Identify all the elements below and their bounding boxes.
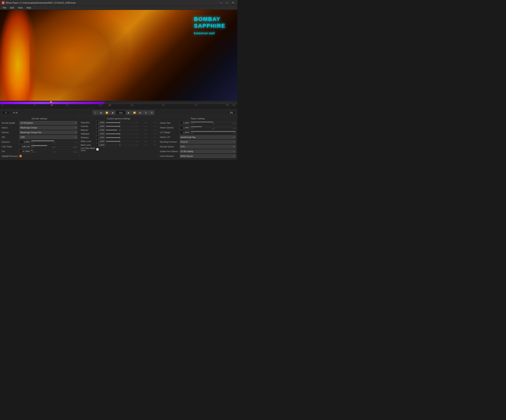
color-temp-max: 10000 [73, 146, 77, 148]
white-level-fill [106, 141, 120, 142]
mark-in-button[interactable]: I [93, 110, 98, 115]
black-level-tick [120, 144, 120, 146]
menu-view[interactable]: View [16, 6, 25, 9]
highlights-track[interactable] [106, 133, 134, 134]
prev-frame-button[interactable]: ⏪ [104, 110, 109, 115]
highlights-input[interactable] [96, 132, 105, 135]
bl-min: 0.00 [135, 144, 138, 146]
gamut-row: Gamut Blackmagic Design ▼ [2, 126, 77, 129]
decoder-device-value: CPU ▼ [180, 145, 236, 148]
shadows-input[interactable] [96, 136, 105, 139]
iso-dropdown[interactable]: 1250 ▼ [19, 135, 77, 139]
window-controls: — □ ✕ [218, 0, 236, 5]
play-back-button[interactable]: ◀ [110, 110, 115, 115]
player-panel-title: Player settings [160, 117, 236, 120]
bl-max: 2.00 [153, 144, 156, 146]
shadows-fill [106, 137, 120, 138]
saturation-track[interactable] [106, 122, 134, 123]
gamma-dropdown[interactable]: Blackmagic Design Film ▼ [19, 131, 77, 134]
gamma-text: Blackmagic Design Film [20, 131, 41, 134]
tint-track[interactable] [31, 150, 77, 151]
lut-weight-input[interactable] [180, 131, 190, 134]
lut-weight-label: LUT Weight [160, 131, 180, 134]
exposure-track[interactable] [31, 140, 77, 142]
use-video-black-checkbox[interactable] [96, 148, 99, 150]
viewer-gamma-input[interactable] [180, 126, 190, 129]
loop-button[interactable]: ⇄ [143, 110, 148, 115]
color-temp-slider-container: 2000 5600 10000 [31, 145, 77, 148]
titlebar: B BRaw Player | C:/Users/Laptop/Download… [0, 0, 237, 6]
sat-mid: 1.00 [144, 122, 147, 123]
gamma-value: Blackmagic Design Film ▼ [19, 131, 77, 134]
mid-mid: 0.50 [144, 129, 147, 131]
go-end-button[interactable]: ⏭ [138, 110, 143, 115]
decode-quality-row: Decode Quality 1/4 Resolution ▼ [2, 121, 77, 125]
menubar: File Edit View Help [0, 6, 237, 10]
decode-quality-dropdown[interactable]: 1/4 Resolution ▼ [19, 121, 77, 125]
highlight-recovery-checkbox[interactable] [19, 155, 22, 157]
decoding-precision-label: Decoding Precision [160, 141, 180, 143]
viewer-gamma-track[interactable] [191, 126, 236, 127]
lw-min: 0.00 [191, 132, 193, 134]
timeline-track[interactable] [0, 102, 237, 104]
decoder-device-label: Decoder Device [160, 146, 180, 148]
white-level-input[interactable] [96, 140, 105, 143]
maximize-button[interactable]: □ [224, 0, 230, 5]
saturation-label: Saturation [81, 122, 95, 124]
color-temp-fill [31, 145, 47, 146]
highlights-row: Highlights 0.00 1.00 2.00 [81, 132, 157, 135]
tint-input[interactable] [19, 149, 30, 153]
white-level-track[interactable] [106, 141, 134, 142]
midpoint-track[interactable] [106, 129, 134, 131]
menu-file[interactable]: File [1, 6, 8, 9]
gamut-label: Gamut [2, 127, 19, 129]
shadows-tick [120, 137, 120, 139]
cache-behavior-dropdown[interactable]: While Paused ▼ [180, 154, 236, 158]
viewer-gamma-row: Viewer Gamma 0.00 1.00 4.00 [160, 126, 236, 129]
update-sidecar-dropdown[interactable]: On file loading ▼ [180, 149, 236, 153]
timeline-label-200: 200 [162, 104, 165, 106]
shadows-track[interactable] [106, 137, 134, 138]
start-timecode: 0 [2, 111, 10, 114]
minimize-button[interactable]: — [218, 0, 224, 5]
midpoint-input[interactable] [96, 129, 105, 132]
midpoint-tick [120, 129, 120, 131]
contrast-track[interactable] [106, 126, 134, 127]
next-frame-button[interactable]: ⏩ [132, 110, 137, 115]
viewer-gain-track[interactable] [191, 122, 236, 123]
timeline-area[interactable]: 0 40 61 80 120 131 160 200 240 280 291 [0, 101, 237, 109]
contrast-input[interactable] [96, 125, 105, 128]
menu-help[interactable]: Help [25, 6, 33, 9]
decoder-device-dropdown[interactable]: CPU ▼ [180, 145, 236, 148]
bottom-panels: Decode settings Decode Quality 1/4 Resol… [0, 116, 237, 160]
viewer-gain-input[interactable] [180, 121, 190, 125]
color-temp-input[interactable] [19, 145, 30, 148]
black-level-track[interactable] [106, 145, 134, 146]
black-level-label: Black Level [81, 144, 95, 146]
saturation-input[interactable] [96, 121, 105, 124]
mark-out-button[interactable]: O [149, 110, 154, 115]
highlights-fill [106, 134, 120, 134]
exposure-slider-container: -5.0 0.0 5.0 [31, 140, 77, 143]
contrast-slider-wrap [106, 125, 134, 128]
iso-text: 1250 [20, 136, 25, 138]
tint-max: 100.0 [73, 151, 77, 153]
lut-weight-slider: 0.00 1.00 [191, 131, 236, 134]
shadows-slider-wrap [106, 136, 134, 139]
exposure-input[interactable] [19, 140, 30, 144]
cache-behavior-arrow: ▼ [233, 155, 235, 157]
black-level-input[interactable] [96, 143, 105, 147]
viewer-lut-dropdown[interactable]: passthrough.frag ▼ [180, 135, 236, 139]
decoding-precision-dropdown[interactable]: Float 32 ▼ [180, 140, 236, 144]
menu-edit[interactable]: Edit [8, 6, 16, 9]
play-button[interactable]: ▶ [126, 110, 131, 115]
white-level-tick [120, 141, 120, 143]
lut-weight-track[interactable] [191, 131, 236, 132]
exposure-min: -5.0 [31, 142, 34, 143]
color-temp-track[interactable] [31, 145, 77, 146]
gamut-dropdown[interactable]: Blackmagic Design ▼ [19, 126, 77, 129]
highlights-range: 0.00 1.00 2.00 [135, 133, 157, 135]
go-start-button[interactable]: ⏮ [99, 110, 104, 115]
close-button[interactable]: ✕ [230, 0, 236, 5]
contrast-row: Contrast 0.00 1.00 2.00 [81, 125, 157, 128]
